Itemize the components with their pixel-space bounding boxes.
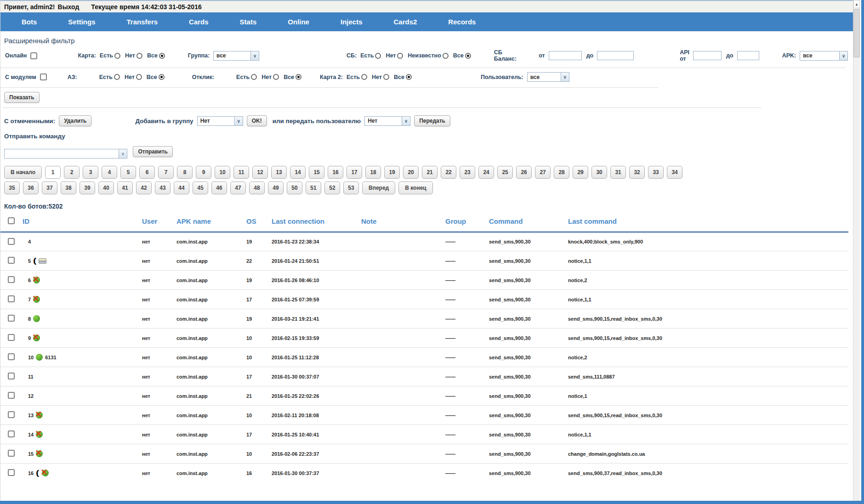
- row-checkbox[interactable]: [8, 276, 15, 283]
- column-header-group[interactable]: Group: [445, 212, 489, 232]
- add-to-group-select[interactable]: Нет ∨: [197, 116, 243, 126]
- column-header-user[interactable]: User: [142, 212, 176, 232]
- nav-item-cards[interactable]: Cards: [173, 18, 224, 26]
- radio-Все[interactable]: [465, 53, 471, 59]
- nav-item-stats[interactable]: Stats: [224, 18, 273, 26]
- radio-Есть[interactable]: [251, 74, 257, 80]
- sb-balance-to-input[interactable]: [597, 51, 634, 60]
- page-button-18[interactable]: 18: [365, 166, 381, 179]
- page-button-46[interactable]: 46: [211, 181, 227, 194]
- column-header-id[interactable]: ID: [23, 212, 142, 232]
- row-checkbox[interactable]: [8, 257, 15, 264]
- page-button-13[interactable]: 13: [271, 166, 287, 179]
- radio-Есть[interactable]: [375, 53, 381, 59]
- page-button-41[interactable]: 41: [117, 181, 133, 194]
- row-checkbox[interactable]: [8, 392, 15, 399]
- column-header-os[interactable]: OS: [246, 212, 272, 232]
- page-button-10[interactable]: 10: [215, 166, 230, 179]
- page-button-30[interactable]: 30: [591, 166, 607, 179]
- page-button-34[interactable]: 34: [667, 166, 682, 179]
- page-button-25[interactable]: 25: [497, 166, 513, 179]
- nav-item-online[interactable]: Online: [272, 18, 325, 26]
- ok-button[interactable]: OK!: [247, 115, 267, 126]
- page-button-11[interactable]: 11: [233, 166, 249, 179]
- group-select[interactable]: все ∨: [213, 51, 259, 61]
- radio-Неизвестно[interactable]: [443, 53, 449, 59]
- page-next-button[interactable]: Вперед: [362, 181, 395, 194]
- page-button-43[interactable]: 43: [155, 181, 171, 194]
- radio-Нет[interactable]: [136, 74, 142, 80]
- page-button-27[interactable]: 27: [535, 166, 551, 179]
- radio-Нет[interactable]: [397, 53, 403, 59]
- apk-select[interactable]: все ∨: [800, 51, 848, 61]
- radio-Нет[interactable]: [273, 74, 279, 80]
- row-checkbox[interactable]: [8, 353, 15, 360]
- radio-Все[interactable]: [159, 74, 165, 80]
- page-button-38[interactable]: 38: [61, 181, 76, 194]
- api-from-input[interactable]: [693, 51, 722, 60]
- radio-Нет[interactable]: [136, 53, 142, 59]
- page-button-35[interactable]: 35: [4, 181, 20, 194]
- nav-item-settings[interactable]: Settings: [52, 18, 111, 26]
- page-button-24[interactable]: 24: [478, 166, 494, 179]
- page-last-button[interactable]: В конец: [398, 181, 432, 194]
- radio-Есть[interactable]: [114, 53, 120, 59]
- row-checkbox[interactable]: [8, 411, 15, 418]
- page-button-50[interactable]: 50: [287, 181, 302, 194]
- page-button-26[interactable]: 26: [516, 166, 532, 179]
- scroll-up-arrow-icon[interactable]: ▲: [853, 0, 860, 8]
- page-button-21[interactable]: 21: [422, 166, 438, 179]
- radio-Все[interactable]: [296, 74, 301, 80]
- page-button-28[interactable]: 28: [554, 166, 569, 179]
- delete-button[interactable]: Удалить: [59, 115, 91, 126]
- page-button-33[interactable]: 33: [648, 166, 664, 179]
- page-button-45[interactable]: 45: [193, 181, 208, 194]
- radio-Все[interactable]: [159, 53, 165, 59]
- transfer-button[interactable]: Передать: [414, 115, 450, 126]
- page-button-51[interactable]: 51: [306, 181, 321, 194]
- online-checkbox[interactable]: [30, 52, 37, 59]
- page-button-32[interactable]: 32: [629, 166, 645, 179]
- page-button-31[interactable]: 31: [610, 166, 626, 179]
- column-header-apk-name[interactable]: APK name: [176, 212, 246, 232]
- page-button-29[interactable]: 29: [573, 166, 588, 179]
- scrollbar-thumb[interactable]: [853, 9, 860, 57]
- page-button-1[interactable]: 1: [45, 166, 61, 179]
- page-button-22[interactable]: 22: [441, 166, 456, 179]
- page-button-52[interactable]: 52: [324, 181, 340, 194]
- page-button-17[interactable]: 17: [347, 166, 362, 179]
- page-button-23[interactable]: 23: [460, 166, 475, 179]
- module-checkbox[interactable]: [40, 74, 47, 80]
- column-header-last-connection[interactable]: Last connection: [272, 212, 361, 232]
- row-checkbox[interactable]: [8, 238, 15, 245]
- select-all-checkbox[interactable]: [8, 217, 15, 224]
- nav-item-bots[interactable]: Bots: [6, 18, 52, 26]
- page-button-14[interactable]: 14: [290, 166, 306, 179]
- page-button-9[interactable]: 9: [196, 166, 211, 179]
- vertical-scrollbar[interactable]: ▲: [853, 0, 860, 501]
- page-button-6[interactable]: 6: [139, 166, 155, 179]
- page-button-2[interactable]: 2: [64, 166, 80, 179]
- row-checkbox[interactable]: [8, 315, 15, 322]
- page-button-20[interactable]: 20: [403, 166, 419, 179]
- page-button-49[interactable]: 49: [268, 181, 284, 194]
- radio-Все[interactable]: [406, 74, 412, 80]
- send-button[interactable]: Отправить: [133, 146, 172, 157]
- page-button-42[interactable]: 42: [136, 181, 152, 194]
- page-button-48[interactable]: 48: [249, 181, 265, 194]
- api-to-input[interactable]: [737, 51, 759, 60]
- page-button-36[interactable]: 36: [23, 181, 39, 194]
- column-header-note[interactable]: Note: [361, 212, 445, 232]
- page-first-button[interactable]: В начало: [4, 166, 42, 179]
- page-button-19[interactable]: 19: [384, 166, 400, 179]
- radio-Нет[interactable]: [383, 74, 389, 80]
- row-checkbox[interactable]: [8, 469, 15, 476]
- row-checkbox[interactable]: [8, 334, 15, 341]
- page-button-4[interactable]: 4: [102, 166, 117, 179]
- command-select[interactable]: ∨: [4, 149, 127, 159]
- radio-Есть[interactable]: [361, 74, 367, 80]
- page-button-3[interactable]: 3: [83, 166, 98, 179]
- page-button-47[interactable]: 47: [230, 181, 246, 194]
- logout-link[interactable]: Выход: [58, 3, 80, 11]
- page-button-40[interactable]: 40: [98, 181, 114, 194]
